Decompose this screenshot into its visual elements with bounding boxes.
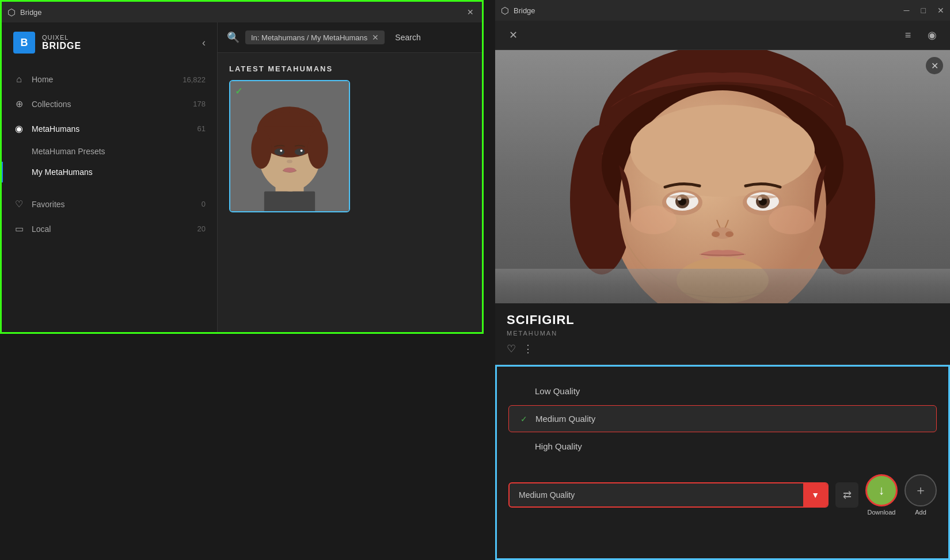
search-icon: 🔍: [227, 31, 240, 44]
asset-actions: ♡ ⋮: [507, 342, 938, 355]
titlebar-icon: ⬡: [7, 7, 16, 18]
right-titlebar-title: Bridge: [514, 6, 899, 15]
download-panel: Low Quality ✓ Medium Quality High Qualit…: [495, 365, 950, 560]
search-bar: 🔍 In: Metahumans / My MetaHumans ✕ Searc…: [218, 22, 482, 53]
svg-point-6: [307, 129, 328, 169]
more-options-button[interactable]: ⋮: [523, 342, 533, 355]
sidebar-local-count: 20: [197, 224, 206, 233]
left-titlebar: ⬡ Bridge ✕: [2, 2, 482, 22]
asset-info: SCIFIGIRL METAHUMAN ♡ ⋮: [495, 303, 950, 365]
toolbar-close-icon: ✕: [509, 29, 518, 41]
section-title: LATEST METAHUMANS: [218, 53, 482, 80]
sidebar-metahumans-count: 61: [197, 124, 206, 133]
sidebar-item-metahumans[interactable]: ◉ MetaHumans 61: [2, 116, 217, 141]
download-filter-button[interactable]: ⇄: [835, 482, 858, 508]
metahumans-icon: ◉: [13, 123, 25, 134]
quality-list: Low Quality ✓ Medium Quality High Qualit…: [497, 367, 948, 465]
asset-preview-image: [495, 50, 950, 303]
download-circle: ↓: [865, 474, 898, 506]
main-content: 🔍 In: Metahumans / My MetaHumans ✕ Searc…: [218, 22, 482, 332]
add-label: Add: [915, 509, 926, 516]
right-titlebar-icon: ⬡: [501, 5, 509, 16]
svg-point-5: [251, 129, 271, 169]
asset-type: METAHUMAN: [507, 330, 938, 337]
sidebar-metahumans-label: MetaHumans: [32, 124, 191, 134]
toolbar-close-button[interactable]: ✕: [504, 26, 522, 44]
medium-quality-check: ✓: [520, 414, 530, 424]
medium-quality-label: Medium Quality: [535, 414, 595, 424]
sidebar-local-label: Local: [32, 224, 191, 234]
sidebar-home-label: Home: [32, 75, 176, 84]
sidebar-collections-count: 178: [193, 100, 206, 108]
sidebar-subitem-my-metahumans[interactable]: My MetaHumans: [2, 162, 217, 182]
search-tag: In: Metahumans / My MetaHumans ✕: [245, 31, 385, 44]
asset-detail: ✕: [495, 50, 950, 560]
favorite-button[interactable]: ♡: [507, 342, 516, 355]
svg-point-36: [769, 205, 815, 234]
left-window: ⬡ Bridge ✕ B QUIXEL BRIDGE ‹ ⌂ Home: [0, 0, 484, 334]
svg-rect-2: [264, 191, 315, 212]
logo-quixel: QUIXEL: [42, 34, 81, 41]
quality-selector-dropdown-button[interactable]: ▼: [803, 483, 827, 506]
favorites-icon: ♡: [13, 199, 25, 209]
sidebar: B QUIXEL BRIDGE ‹ ⌂ Home 16,822 ⊕ C: [2, 22, 218, 332]
svg-point-11: [287, 160, 292, 163]
quality-option-medium[interactable]: ✓ Medium Quality: [508, 405, 937, 432]
download-filter-icon: ⇄: [843, 489, 852, 501]
asset-grid: ✓: [218, 80, 482, 212]
svg-point-34: [725, 231, 734, 237]
quality-option-low[interactable]: Low Quality: [508, 378, 937, 404]
dropdown-arrow-icon: ▼: [811, 490, 819, 500]
sidebar-item-home[interactable]: ⌂ Home 16,822: [2, 67, 217, 92]
search-tag-close-button[interactable]: ✕: [372, 33, 379, 42]
sidebar-item-favorites[interactable]: ♡ Favorites 0: [2, 192, 217, 216]
search-button[interactable]: Search: [390, 31, 425, 44]
add-button[interactable]: ＋ Add: [905, 474, 937, 516]
svg-point-10: [301, 150, 303, 152]
right-window: ⬡ Bridge ─ □ ✕ ✕ ≡ ◉ ✕: [495, 0, 950, 560]
asset-name: SCIFIGIRL: [507, 313, 938, 327]
sidebar-logo: B QUIXEL BRIDGE ‹: [2, 22, 217, 63]
svg-rect-38: [495, 269, 950, 303]
sidebar-item-local[interactable]: ▭ Local 20: [2, 216, 217, 241]
logo-icon: B: [13, 32, 35, 54]
selected-check-icon: ✓: [235, 86, 242, 97]
collections-icon: ⊕: [13, 98, 25, 109]
add-circle: ＋: [905, 474, 937, 506]
presets-label: MetaHuman Presets: [32, 147, 105, 156]
download-controls: Medium Quality ▼ ⇄ ↓ Download ＋: [497, 465, 948, 525]
my-metahumans-label: My MetaHumans: [32, 167, 93, 177]
asset-preview: ✕: [495, 50, 950, 303]
quality-selector[interactable]: Medium Quality ▼: [508, 482, 829, 508]
right-close-button[interactable]: ✕: [937, 6, 944, 15]
quality-selector-label: Medium Quality: [510, 483, 803, 506]
logo-bridge: BRIDGE: [42, 41, 81, 51]
sidebar-item-collections[interactable]: ⊕ Collections 178: [2, 92, 217, 116]
svg-point-8: [295, 148, 305, 155]
svg-point-33: [712, 231, 720, 237]
search-tag-text: In: Metahumans / My MetaHumans: [251, 33, 367, 42]
svg-point-12: [283, 167, 296, 172]
preview-close-button[interactable]: ✕: [926, 57, 943, 74]
svg-point-9: [280, 150, 282, 152]
sidebar-collapse-button[interactable]: ‹: [202, 37, 206, 49]
toolbar-filter-button[interactable]: ≡: [899, 26, 917, 44]
card-face-image: [230, 81, 349, 211]
maximize-button[interactable]: □: [921, 6, 926, 15]
download-button[interactable]: ↓ Download: [865, 474, 898, 516]
filter-icon: ≡: [905, 29, 911, 41]
local-icon: ▭: [13, 223, 25, 234]
sidebar-subitem-presets[interactable]: MetaHuman Presets: [2, 141, 217, 162]
high-quality-label: High Quality: [535, 441, 582, 451]
quality-option-high[interactable]: High Quality: [508, 433, 937, 459]
left-close-button[interactable]: ✕: [465, 6, 476, 18]
minimize-button[interactable]: ─: [904, 6, 910, 15]
sidebar-favorites-label: Favorites: [32, 200, 195, 209]
toolbar-account-button[interactable]: ◉: [924, 26, 941, 44]
right-titlebar: ⬡ Bridge ─ □ ✕: [495, 0, 950, 21]
svg-point-7: [275, 148, 285, 155]
sidebar-collections-label: Collections: [32, 100, 186, 109]
account-icon: ◉: [928, 29, 937, 41]
low-quality-label: Low Quality: [535, 386, 580, 396]
asset-card-scifigirl[interactable]: ✓: [229, 80, 350, 212]
